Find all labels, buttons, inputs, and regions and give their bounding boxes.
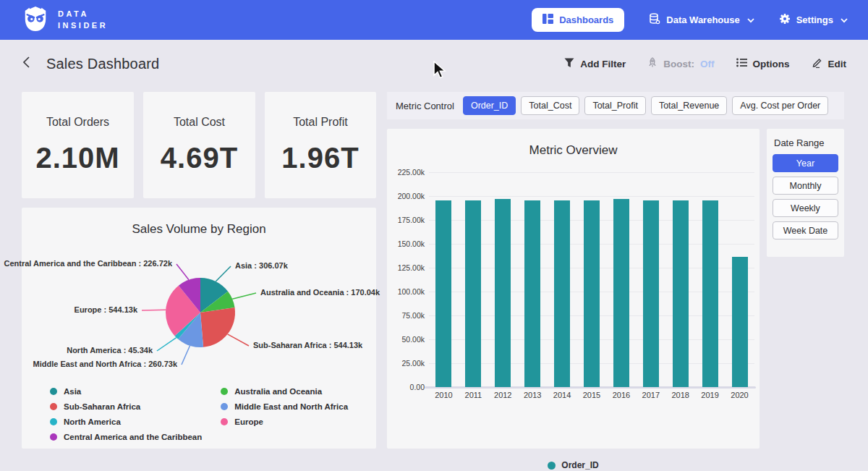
add-filter-button[interactable]: Add Filter xyxy=(564,58,626,70)
x-tick-label: 2017 xyxy=(636,391,665,399)
date-range-option-monthly[interactable]: Monthly xyxy=(773,177,838,195)
kpi-label: Total Cost xyxy=(174,116,225,129)
pie-label-central-america-and-the-caribbean: Central America and the Caribbean : 226.… xyxy=(4,259,172,268)
y-tick-label: 225.00k xyxy=(398,168,425,177)
page-header: Sales Dashboard Add Filter Boost: Off xyxy=(0,40,868,88)
legend-dot xyxy=(50,403,57,410)
legend-label: Asia xyxy=(64,387,81,396)
y-tick-label: 100.00k xyxy=(398,287,425,296)
database-icon xyxy=(649,13,660,27)
bar-2020[interactable] xyxy=(732,257,748,387)
x-tick-label: 2018 xyxy=(665,391,695,399)
kpi-value: 4.69T xyxy=(161,142,238,174)
metric-option-total-cost[interactable]: Total_Cost xyxy=(521,96,579,115)
bar-2014[interactable] xyxy=(554,200,570,387)
x-tick-label: 2011 xyxy=(459,391,488,399)
bar-chart-title: Metric Overview xyxy=(387,129,760,158)
pie-leader-line xyxy=(142,310,166,310)
sales-volume-card: Sales Volume by Region Asia : 306.07kAus… xyxy=(22,208,376,449)
x-tick-label: 2014 xyxy=(548,391,577,399)
nav-settings[interactable]: Settings xyxy=(779,13,848,27)
bar-chart: 0.0025.00k50.00k75.00k100.00k125.00k150.… xyxy=(387,172,760,404)
pie-chart-title: Sales Volume by Region xyxy=(22,208,376,237)
bar-chart-y-axis: 0.0025.00k50.00k75.00k100.00k125.00k150.… xyxy=(387,172,425,387)
nav-dashboards-button[interactable]: Dashboards xyxy=(532,8,624,32)
date-range-option-weekly[interactable]: Weekly xyxy=(773,199,838,217)
legend-label: Australia and Oceania xyxy=(234,387,322,396)
bar-2011[interactable] xyxy=(465,200,481,387)
legend-item-europe[interactable]: Europe xyxy=(221,417,348,426)
legend-label: Middle East and North Africa xyxy=(234,402,348,411)
pie-label-sub-saharan-africa: Sub-Saharan Africa : 544.13k xyxy=(253,341,362,349)
bar-2018[interactable] xyxy=(673,200,689,387)
top-navbar: DATA INSIDER Dashboards Data Warehouse xyxy=(0,0,868,40)
bar-2012[interactable] xyxy=(495,199,511,387)
pie-leader-line xyxy=(232,293,256,299)
y-tick-label: 75.00k xyxy=(401,311,425,320)
kpi-card-total-orders: Total Orders 2.10M xyxy=(22,92,134,198)
pie-slice-sub-saharan-africa[interactable] xyxy=(200,307,235,347)
date-range-panel: Date Range YearMonthlyWeeklyWeek Date xyxy=(767,129,844,257)
edit-button[interactable]: Edit xyxy=(812,57,847,70)
pie-leader-line xyxy=(228,334,249,346)
legend-item-sub-saharan-africa[interactable]: Sub-Saharan Africa xyxy=(50,402,202,411)
legend-item-asia[interactable]: Asia xyxy=(50,387,202,396)
chevron-down-icon xyxy=(841,14,848,25)
bar-chart-legend: Order_ID xyxy=(387,460,760,470)
dashboards-grid-icon xyxy=(542,14,553,26)
bar-2016[interactable] xyxy=(613,199,629,387)
bar-2015[interactable] xyxy=(584,200,600,387)
bar-2019[interactable] xyxy=(702,200,718,387)
y-tick-label: 0.00 xyxy=(410,383,425,391)
pie-leader-line xyxy=(157,338,176,351)
bar-2013[interactable] xyxy=(524,200,540,387)
legend-dot xyxy=(221,388,228,395)
date-range-option-week-date[interactable]: Week Date xyxy=(773,221,838,239)
legend-label: Sub-Saharan Africa xyxy=(64,402,140,411)
x-tick-label: 2013 xyxy=(518,391,548,399)
kpi-value: 1.96T xyxy=(281,142,359,174)
legend-item-north-america[interactable]: North America xyxy=(50,417,202,426)
bar-chart-plot xyxy=(429,172,754,387)
options-button[interactable]: Options xyxy=(736,58,790,69)
y-tick-label: 25.00k xyxy=(401,359,425,368)
nav-data-warehouse[interactable]: Data Warehouse xyxy=(649,13,754,27)
bar-2017[interactable] xyxy=(643,200,659,387)
legend-label: Order_ID xyxy=(561,460,598,470)
pie-label-asia: Asia : 306.07k xyxy=(235,261,288,270)
metric-option-order-id[interactable]: Order_ID xyxy=(463,96,516,115)
metric-control-label: Metric Control xyxy=(396,101,454,111)
metric-control-bar: Metric Control Order_IDTotal_CostTotal_P… xyxy=(387,92,844,119)
kpi-label: Total Orders xyxy=(46,116,109,129)
legend-item-central-america-and-the-caribbean[interactable]: Central America and the Caribbean xyxy=(50,433,202,441)
pie-chart: Asia : 306.07kAustralia and Oceania : 17… xyxy=(22,237,376,385)
legend-dot xyxy=(221,418,228,425)
boost-toggle[interactable]: Boost: Off xyxy=(647,57,714,70)
legend-item-australia-and-oceania[interactable]: Australia and Oceania xyxy=(221,387,348,396)
date-range-option-year[interactable]: Year xyxy=(773,154,838,172)
pie-label-europe: Europe : 544.13k xyxy=(75,305,137,314)
chevron-down-icon xyxy=(747,14,754,25)
y-tick-label: 150.00k xyxy=(398,239,425,248)
back-button[interactable] xyxy=(22,56,32,72)
brand[interactable]: DATA INSIDER xyxy=(22,5,108,35)
kpi-label: Total Profit xyxy=(293,116,348,129)
pie-label-australia-and-oceania: Australia and Oceania : 170.04k xyxy=(260,288,380,297)
list-icon xyxy=(736,58,747,69)
kpi-card-total-profit: Total Profit 1.96T xyxy=(265,92,376,198)
metric-option-total-revenue[interactable]: Total_Revenue xyxy=(651,96,727,115)
metric-overview-card: Metric Overview 0.0025.00k50.00k75.00k10… xyxy=(387,129,760,449)
pie-label-north-america: North America : 45.34k xyxy=(67,346,153,355)
pie-leader-line xyxy=(176,264,189,280)
pencil-icon xyxy=(812,57,822,70)
pie-leader-line xyxy=(182,346,190,365)
rocket-icon xyxy=(647,57,658,70)
kpi-card-total-cost: Total Cost 4.69T xyxy=(143,92,255,198)
x-tick-label: 2015 xyxy=(577,391,607,399)
legend-item-middle-east-and-north-africa[interactable]: Middle East and North Africa xyxy=(221,402,348,411)
bar-2010[interactable] xyxy=(435,200,451,387)
y-tick-label: 50.00k xyxy=(401,335,425,344)
gridline xyxy=(429,196,754,197)
metric-option-total-profit[interactable]: Total_Profit xyxy=(584,96,646,115)
metric-option-avg-cost-per-order[interactable]: Avg. Cost per Order xyxy=(732,96,828,115)
